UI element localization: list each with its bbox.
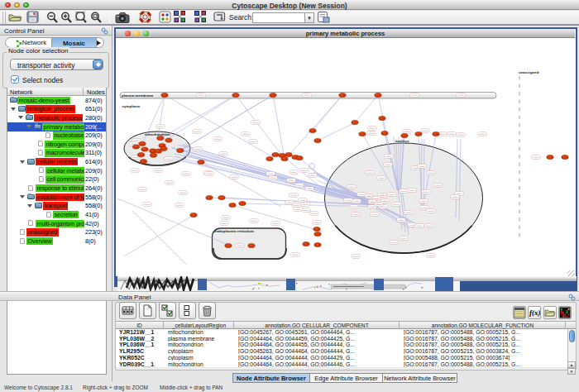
svg-text:plasma membrane: plasma membrane (122, 93, 154, 98)
svg-text:mitochondrion: mitochondrion (145, 132, 170, 136)
svg-text:cytoplasm: cytoplasm (122, 104, 141, 108)
svg-text:nucleus: nucleus (395, 139, 409, 143)
svg-text:endoplasmic reticulum: endoplasmic reticulum (214, 229, 254, 233)
svg-text:f(x): f(x) (529, 308, 540, 317)
svg-text:unassigned: unassigned (519, 70, 539, 74)
